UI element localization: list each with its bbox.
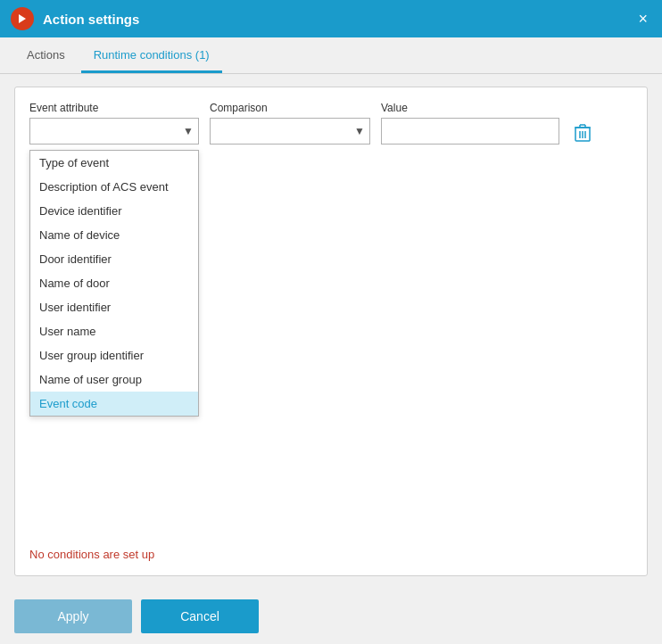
- comparison-group: Comparison ▼: [210, 102, 370, 144]
- dropdown-item-name-of-user-group[interactable]: Name of user group: [30, 367, 198, 392]
- dropdown-item-description-acs-event[interactable]: Description of ACS event: [30, 175, 198, 199]
- svg-marker-0: [19, 14, 26, 23]
- event-attribute-select-wrapper: ▼: [29, 118, 199, 144]
- footer: Apply Cancel: [0, 589, 662, 644]
- dropdown-item-name-of-device[interactable]: Name of device: [30, 223, 198, 247]
- close-button[interactable]: ×: [634, 9, 651, 29]
- value-input[interactable]: [381, 118, 559, 144]
- event-attribute-dropdown: Type of event Description of ACS event D…: [29, 150, 199, 417]
- value-group: Value: [381, 102, 559, 144]
- value-label: Value: [381, 102, 559, 114]
- trash-icon: [574, 123, 592, 143]
- event-attribute-input[interactable]: [29, 118, 199, 144]
- condition-form-row: Event attribute ▼ Comparison ▼: [29, 102, 633, 151]
- cancel-button[interactable]: Cancel: [141, 599, 259, 633]
- titlebar: Action settings ×: [0, 0, 662, 37]
- dropdown-item-type-of-event[interactable]: Type of event: [30, 151, 198, 175]
- dialog: Action settings × Actions Runtime condit…: [0, 0, 662, 644]
- content-area: Event attribute ▼ Comparison ▼: [0, 74, 662, 589]
- comparison-select-wrapper: ▼: [210, 118, 370, 144]
- dropdown-item-device-identifier[interactable]: Device identifier: [30, 199, 198, 223]
- app-logo: [11, 7, 34, 30]
- event-attribute-label: Event attribute: [29, 102, 199, 114]
- dropdown-item-door-identifier[interactable]: Door identifier: [30, 247, 198, 271]
- event-attribute-group: Event attribute ▼: [29, 102, 199, 144]
- dropdown-item-user-group-identifier[interactable]: User group identifier: [30, 343, 198, 367]
- apply-button[interactable]: Apply: [14, 599, 132, 633]
- comparison-select[interactable]: [210, 118, 370, 144]
- delete-condition-button[interactable]: [570, 120, 595, 151]
- dropdown-item-event-code[interactable]: Event code: [30, 392, 198, 416]
- dropdown-item-name-of-door[interactable]: Name of door: [30, 271, 198, 295]
- dropdown-item-user-identifier[interactable]: User identifier: [30, 295, 198, 319]
- comparison-label: Comparison: [210, 102, 370, 114]
- tab-runtime-conditions[interactable]: Runtime conditions (1): [81, 37, 222, 73]
- no-conditions-status: No conditions are set up: [29, 541, 633, 561]
- tabs-bar: Actions Runtime conditions (1): [0, 37, 662, 74]
- dropdown-item-user-name[interactable]: User name: [30, 319, 198, 343]
- tab-actions[interactable]: Actions: [14, 37, 78, 73]
- dialog-title: Action settings: [43, 12, 634, 27]
- conditions-card: Event attribute ▼ Comparison ▼: [14, 87, 648, 576]
